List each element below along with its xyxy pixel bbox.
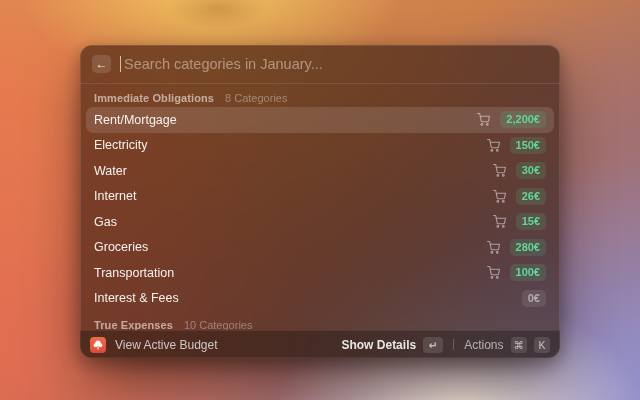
shopping-cart-icon [493,215,506,228]
category-row[interactable]: Internet 26€ [86,184,554,210]
section-header: True Expenses 10 Categories [86,311,554,330]
footer-bar: View Active Budget Show Details ↵ Action… [80,330,560,358]
category-row[interactable]: Gas 15€ [86,209,554,235]
section-title: True Expenses [94,319,173,331]
show-details-label: Show Details [341,338,416,352]
category-label: Transportation [94,266,487,280]
search-input[interactable] [124,56,548,72]
desktop-wallpaper: ← Immediate Obligations 8 Categories Ren… [0,0,640,400]
shopping-cart-icon [493,164,506,177]
amount-badge: 0€ [522,290,546,307]
text-caret [120,56,121,72]
category-list: Immediate Obligations 8 Categories Rent/… [80,84,560,330]
amount-badge: 2,200€ [500,111,546,128]
shopping-cart-icon [487,139,500,152]
section-subtitle: 8 Categories [225,92,287,104]
k-key-icon: K [534,337,550,353]
budget-app-icon [90,337,106,353]
shopping-cart-icon [487,266,500,279]
amount-badge: 15€ [516,213,546,230]
amount-badge: 26€ [516,188,546,205]
amount-badge: 150€ [510,137,546,154]
actions-button[interactable]: Actions ⌘ K [464,337,550,353]
view-active-budget-button[interactable]: View Active Budget [90,337,218,353]
amount-badge: 100€ [510,264,546,281]
category-row[interactable]: Rent/Mortgage 2,200€ [86,107,554,133]
category-label: Gas [94,215,493,229]
category-row[interactable]: Transportation 100€ [86,260,554,286]
back-button[interactable]: ← [92,55,111,73]
search-bar: ← [80,45,560,84]
section-title: Immediate Obligations [94,92,214,104]
category-label: Electricity [94,138,487,152]
section-subtitle: 10 Categories [184,319,253,331]
category-row[interactable]: Interest & Fees 0€ [86,286,554,312]
category-row[interactable]: Groceries 280€ [86,235,554,261]
category-row[interactable]: Electricity 150€ [86,133,554,159]
command-key-icon: ⌘ [511,337,528,353]
actions-label: Actions [464,338,503,352]
shopping-cart-icon [487,241,500,254]
shopping-cart-icon [477,113,490,126]
category-label: Rent/Mortgage [94,113,477,127]
footer-actions: Show Details ↵ Actions ⌘ K [341,337,550,353]
category-label: Water [94,164,493,178]
show-details-button[interactable]: Show Details ↵ [341,337,443,353]
category-label: Internet [94,189,493,203]
shopping-cart-icon [493,190,506,203]
category-row[interactable]: Water 30€ [86,158,554,184]
command-palette-window: ← Immediate Obligations 8 Categories Ren… [80,45,560,358]
section-header: Immediate Obligations 8 Categories [86,84,554,107]
footer-app-label: View Active Budget [115,338,218,352]
category-label: Interest & Fees [94,291,522,305]
footer-divider [453,339,454,350]
amount-badge: 30€ [516,162,546,179]
category-label: Groceries [94,240,487,254]
amount-badge: 280€ [510,239,546,256]
enter-key-icon: ↵ [423,337,443,353]
